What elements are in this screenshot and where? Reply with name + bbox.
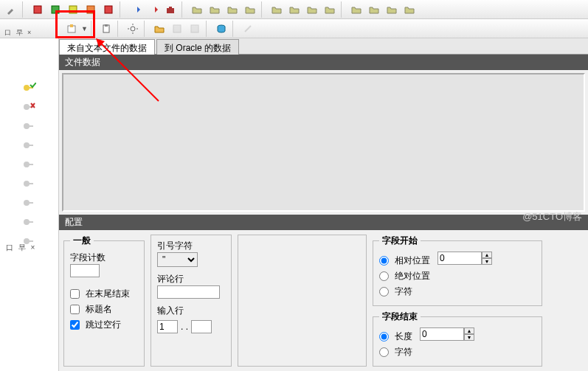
toolbar-main — [0, 0, 588, 19]
svg-point-33 — [24, 200, 30, 206]
svg-rect-26 — [29, 125, 33, 127]
key3-icon[interactable] — [23, 159, 36, 170]
input-start-val[interactable] — [437, 252, 482, 265]
svg-rect-15 — [173, 25, 181, 32]
file-data-grid[interactable] — [62, 73, 585, 212]
svg-rect-0 — [34, 6, 41, 13]
label-abs: 绝对位置 — [395, 270, 430, 282]
key6-icon[interactable] — [23, 217, 36, 227]
folder4-icon[interactable] — [242, 1, 258, 18]
label-end: 在末尾结束 — [86, 288, 138, 300]
folder3-icon[interactable] — [224, 1, 241, 18]
select-quote-char[interactable]: " — [157, 252, 198, 267]
import-icon[interactable] — [63, 21, 80, 37]
folder1-icon[interactable] — [189, 1, 205, 18]
input-comment-row[interactable] — [157, 285, 220, 299]
object-browser-panel: 口 早 × — [0, 38, 59, 371]
key-x-icon[interactable] — [23, 102, 36, 112]
cube-green-icon[interactable] — [47, 1, 63, 18]
key-check-icon[interactable] — [23, 83, 36, 93]
folder9-icon[interactable] — [348, 1, 364, 18]
svg-rect-9 — [105, 24, 108, 27]
folder10-icon[interactable] — [366, 1, 382, 18]
open-icon[interactable] — [151, 21, 167, 37]
cube-orange-icon[interactable] — [83, 1, 99, 18]
spin-up-icon[interactable]: ▲ — [482, 252, 492, 258]
tab-from-text[interactable]: 来自文本文件的数据 — [59, 39, 155, 55]
key4-icon[interactable] — [23, 178, 36, 189]
label-input-row: 输入行 — [157, 305, 225, 317]
svg-point-21 — [24, 85, 30, 91]
folder6-icon[interactable] — [286, 1, 302, 18]
svg-rect-16 — [191, 25, 198, 32]
input-end-val[interactable] — [420, 327, 464, 341]
tab-to-oracle[interactable]: 到 Oracle 的数据 — [156, 39, 239, 55]
cube-yellow-icon[interactable] — [65, 1, 81, 18]
panel-controls-left[interactable]: 口 早 × — [6, 243, 36, 253]
svg-rect-30 — [29, 164, 33, 165]
section-config: 配置 — [59, 215, 588, 230]
label-char-start: 字符 — [395, 285, 430, 298]
wrench-icon[interactable] — [3, 1, 19, 18]
toolbar-secondary: 口 早 × ▼ — [0, 19, 588, 38]
svg-point-10 — [131, 27, 135, 31]
tab-bar: 来自文本文件的数据 到 Oracle 的数据 — [59, 38, 588, 55]
label-field-count: 字段计数 — [70, 252, 138, 264]
key5-icon[interactable] — [23, 198, 36, 208]
arrow-blue-icon[interactable] — [127, 1, 143, 18]
legend-start: 字段开始 — [379, 235, 421, 247]
radio-length[interactable] — [379, 332, 389, 341]
radio-abs-pos[interactable] — [379, 271, 389, 281]
input-field-count[interactable] — [70, 264, 100, 277]
folder5-icon[interactable] — [269, 1, 285, 18]
svg-point-27 — [24, 142, 30, 148]
panel-controls-top[interactable]: 口 早 × — [4, 28, 32, 38]
db-icon[interactable] — [213, 21, 229, 37]
section-file-data: 文件数据 — [59, 55, 588, 70]
preview-box — [238, 235, 367, 367]
folder2-icon[interactable] — [207, 1, 223, 18]
paste-icon[interactable] — [98, 21, 114, 37]
svg-point-23 — [24, 104, 30, 110]
folder8-icon[interactable] — [322, 1, 338, 18]
cube-red2-icon[interactable] — [100, 1, 117, 18]
fieldset-field-end: 字段结束 长度 字符 ▲▼ — [373, 311, 542, 367]
spin-down2-icon[interactable]: ▼ — [464, 334, 474, 341]
svg-point-25 — [24, 123, 30, 129]
label-comment-row: 评论行 — [157, 273, 225, 285]
input-row-to[interactable] — [191, 320, 212, 333]
svg-rect-2 — [69, 6, 77, 13]
save-icon[interactable] — [169, 21, 185, 37]
cb-header[interactable] — [70, 305, 80, 314]
save2-icon[interactable] — [187, 21, 203, 37]
radio-char-end[interactable] — [379, 347, 389, 357]
svg-point-31 — [24, 181, 30, 187]
toolbox-icon[interactable] — [162, 1, 179, 18]
key1-icon[interactable] — [23, 121, 36, 131]
fieldset-general: 一般 字段计数 在末尾结束 标题名 跳过空行 — [63, 235, 145, 367]
folder7-icon[interactable] — [304, 1, 320, 18]
cb-end-at-eof[interactable] — [70, 289, 80, 299]
key2-icon[interactable] — [23, 140, 36, 150]
spin-up2-icon[interactable]: ▲ — [464, 327, 474, 334]
input-row-from[interactable] — [157, 320, 178, 333]
svg-point-35 — [24, 219, 30, 225]
svg-rect-32 — [29, 183, 33, 184]
cb-skip-blank[interactable] — [70, 320, 80, 330]
radio-char-start[interactable] — [379, 287, 389, 297]
folder12-icon[interactable] — [401, 1, 418, 18]
spin-down-icon[interactable]: ▼ — [482, 258, 492, 265]
radio-rel-pos[interactable] — [379, 256, 389, 266]
wand-icon[interactable] — [240, 21, 256, 37]
label-skip: 跳过空行 — [86, 319, 138, 331]
spinner-start[interactable]: ▲▼ — [437, 252, 497, 265]
fieldset-quote: 引号字符 " 评论行 输入行 . . — [151, 235, 232, 367]
folder11-icon[interactable] — [384, 1, 400, 18]
legend-general: 一般 — [70, 235, 94, 247]
arrow-red-icon[interactable] — [145, 1, 161, 18]
svg-rect-4 — [105, 6, 112, 13]
sun-icon[interactable] — [125, 21, 141, 37]
fieldset-field-start: 字段开始 相对位置 绝对位置 字符 ▲▼ — [373, 235, 542, 306]
spinner-end[interactable]: ▲▼ — [420, 327, 479, 341]
cube-red-icon[interactable] — [30, 1, 46, 18]
